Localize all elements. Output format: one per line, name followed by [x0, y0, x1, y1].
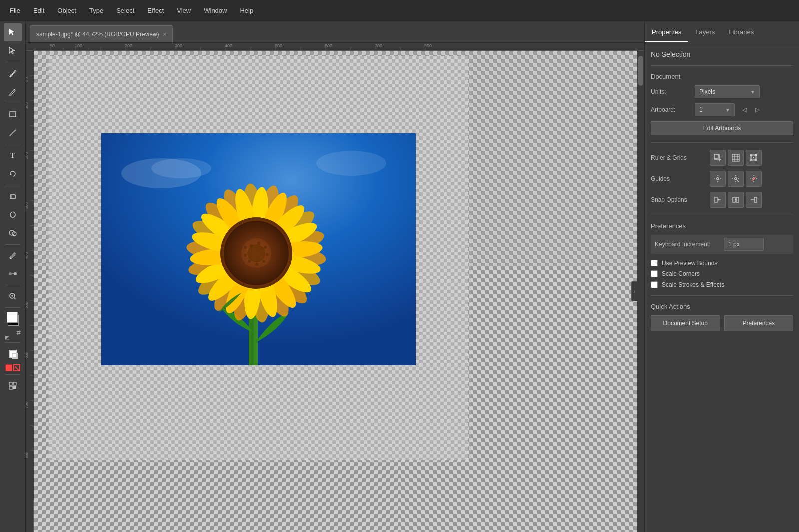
- svg-rect-153: [753, 157, 754, 158]
- guides-show-btn[interactable]: [710, 171, 726, 187]
- svg-rect-3: [10, 112, 16, 117]
- svg-point-10: [10, 258, 11, 259]
- scale-strokes-checkbox[interactable]: [651, 281, 658, 288]
- shape-builder-tool[interactable]: [4, 224, 22, 242]
- foreground-color[interactable]: [7, 312, 18, 323]
- eyedropper-tool[interactable]: [4, 247, 22, 265]
- guides-clear-btn[interactable]: [746, 171, 762, 187]
- use-preview-bounds-checkbox[interactable]: [651, 260, 658, 266]
- pencil-tool[interactable]: [4, 83, 22, 101]
- snap-btn-2[interactable]: [728, 192, 744, 208]
- tab-layers[interactable]: Layers: [688, 23, 722, 42]
- color-selector[interactable]: [4, 310, 22, 328]
- svg-text:50: 50: [50, 43, 55, 48]
- edit-artboards-btn[interactable]: Edit Artboards: [651, 121, 793, 135]
- tab-bar: sample-1.jpg* @ 44.72% (RGB/GPU Preview)…: [26, 21, 644, 43]
- artboard-value: 1: [699, 106, 703, 113]
- artboard-navigator[interactable]: [4, 377, 22, 395]
- units-row: Units: Pixels ▼: [651, 85, 793, 98]
- reset-colors-icon[interactable]: ◩: [5, 335, 9, 340]
- menu-view[interactable]: View: [171, 4, 197, 17]
- snap-btn-1[interactable]: [710, 192, 726, 208]
- scale-strokes-label: Scale Strokes & Effects: [662, 281, 724, 288]
- rotate-tool[interactable]: [4, 165, 22, 183]
- menu-file[interactable]: File: [4, 4, 26, 17]
- svg-point-78: [151, 158, 211, 178]
- snap-options-label: Snap Options: [651, 196, 706, 203]
- snap-icons: [710, 192, 762, 208]
- artboard-prev-btn[interactable]: ◁: [739, 104, 750, 115]
- artboard-row: Artboard: 1 ▼ ◁ ▷: [651, 103, 793, 116]
- ruler-icon-btn[interactable]: [710, 150, 726, 166]
- preferences-quick-btn[interactable]: Preferences: [724, 315, 794, 331]
- stroke-indicator[interactable]: [13, 364, 20, 371]
- svg-text:50: 50: [26, 77, 29, 81]
- swap-colors-icon[interactable]: ⇄: [16, 329, 21, 336]
- svg-text:500: 500: [275, 43, 282, 48]
- tab-properties[interactable]: Properties: [645, 23, 688, 42]
- selection-tool[interactable]: [4, 23, 22, 41]
- red-indicator[interactable]: [5, 364, 12, 371]
- text-tool[interactable]: T: [4, 146, 22, 164]
- menu-type[interactable]: Type: [83, 4, 109, 17]
- svg-marker-0: [9, 29, 15, 35]
- menu-window[interactable]: Window: [198, 4, 233, 17]
- zoom-tool[interactable]: [4, 287, 22, 305]
- right-panel: Properties Layers Libraries No Selection…: [644, 21, 799, 532]
- menu-select[interactable]: Select: [110, 4, 140, 17]
- canvas-area: sample-1.jpg* @ 44.72% (RGB/GPU Preview)…: [26, 21, 644, 532]
- svg-rect-148: [732, 154, 739, 161]
- artboard-next-btn[interactable]: ▷: [752, 104, 763, 115]
- keyboard-increment-label: Keyboard Increment:: [655, 241, 720, 248]
- svg-text:300: 300: [175, 43, 182, 48]
- units-select[interactable]: Pixels ▼: [695, 85, 760, 98]
- svg-rect-150: [753, 154, 754, 156]
- panel-content: No Selection Document Units: Pixels ▼ Ar…: [645, 44, 799, 532]
- fill-indicator[interactable]: [4, 345, 22, 363]
- direct-selection-tool[interactable]: [4, 42, 22, 60]
- vertical-scrollbar[interactable]: ›: [637, 51, 644, 532]
- rectangle-tool[interactable]: [4, 105, 22, 123]
- scrollbar-thumb[interactable]: [638, 56, 643, 86]
- svg-line-164: [737, 180, 739, 182]
- blend-tool[interactable]: [4, 265, 22, 283]
- svg-marker-170: [718, 199, 719, 201]
- svg-text:200: 200: [26, 152, 29, 159]
- snap-btn-3[interactable]: [746, 192, 762, 208]
- eraser-tool[interactable]: [4, 187, 22, 205]
- paintbrush-tool[interactable]: [4, 64, 22, 82]
- sunflower-image: [101, 133, 416, 365]
- lasso-tool[interactable]: [4, 206, 22, 224]
- snap-options-row: Snap Options: [651, 192, 793, 208]
- guides-lock-btn[interactable]: [728, 171, 744, 187]
- menu-effect[interactable]: Effect: [141, 4, 170, 17]
- menu-object[interactable]: Object: [51, 4, 82, 17]
- menu-edit[interactable]: Edit: [27, 4, 50, 17]
- svg-text:700: 700: [26, 401, 29, 408]
- menu-help[interactable]: Help: [234, 4, 259, 17]
- artboard-select[interactable]: 1 ▼: [695, 103, 735, 116]
- pixel-grid-icon-btn[interactable]: [746, 150, 762, 166]
- document-setup-btn[interactable]: Document Setup: [651, 315, 720, 331]
- grid-icon-btn[interactable]: [728, 150, 744, 166]
- ruler-grids-label: Ruler & Grids: [651, 154, 706, 161]
- canvas-viewport[interactable]: ›: [34, 51, 644, 532]
- document-section-title: Document: [651, 73, 793, 80]
- svg-text:400: 400: [26, 252, 29, 259]
- tab-close-button[interactable]: ×: [163, 31, 166, 37]
- svg-text:800: 800: [424, 43, 432, 48]
- svg-rect-172: [736, 197, 739, 202]
- guides-label: Guides: [651, 175, 706, 182]
- keyboard-increment-input[interactable]: [724, 238, 764, 251]
- guides-row: Guides: [651, 171, 793, 187]
- menubar: File Edit Object Type Select Effect View…: [0, 0, 799, 21]
- scale-corners-label: Scale Corners: [662, 270, 700, 277]
- svg-text:600: 600: [26, 351, 29, 358]
- panel-collapse-btn[interactable]: ›: [631, 281, 637, 301]
- svg-line-15: [14, 298, 16, 299]
- scale-corners-checkbox[interactable]: [651, 270, 658, 277]
- line-tool[interactable]: [4, 124, 22, 142]
- tab-libraries[interactable]: Libraries: [722, 23, 761, 42]
- document-tab[interactable]: sample-1.jpg* @ 44.72% (RGB/GPU Preview)…: [30, 25, 173, 42]
- keyboard-increment-row: Keyboard Increment:: [651, 235, 793, 254]
